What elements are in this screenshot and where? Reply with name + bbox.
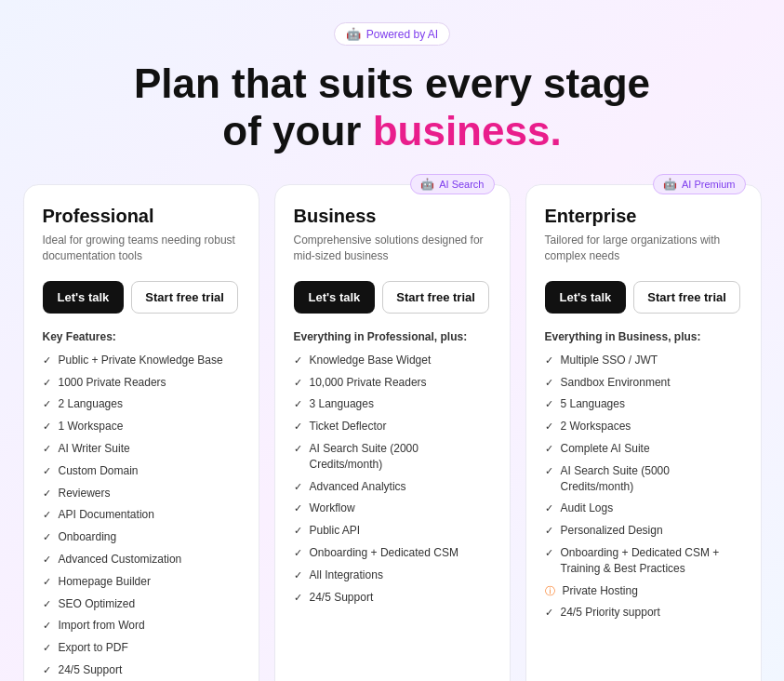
feature-item: ✓ Multiple SSO / JWT: [545, 353, 742, 368]
check-icon: ✓: [294, 442, 302, 456]
check-icon: ✓: [545, 397, 553, 411]
feature-text: Workflow: [310, 501, 355, 516]
feature-text: Advanced Analytics: [310, 479, 406, 495]
hero-title: Plan that suits every stage of your busi…: [19, 60, 765, 154]
feature-item: ✓ Reviewers: [43, 486, 240, 501]
check-icon: ✓: [43, 376, 51, 390]
badge-emoji-icon: 🤖: [663, 178, 677, 191]
hero-line2-plain: of your: [222, 108, 372, 154]
feature-text: Personalized Design: [561, 523, 663, 539]
feature-item: ✓ Complete AI Suite: [545, 441, 742, 457]
check-icon: ✓: [545, 376, 553, 390]
feature-item: ✓ AI Writer Suite: [43, 441, 240, 457]
check-icon: ✓: [545, 546, 553, 560]
feature-item: ✓ API Documentation: [43, 507, 240, 523]
feature-text: Ticket Deflector: [310, 419, 387, 434]
feature-item: ✓ 1000 Private Readers: [43, 375, 240, 391]
features-list-professional: ✓ Public + Private Knowledge Base ✓ 1000…: [43, 353, 240, 678]
plan-card-enterprise: 🤖 AI Premium Enterprise Tailored for lar…: [525, 184, 762, 681]
feature-text: Custom Domain: [59, 463, 139, 479]
start-trial-button-business[interactable]: Start free trial: [382, 281, 489, 314]
powered-label: Powered by AI: [366, 28, 438, 41]
check-icon: ✓: [294, 354, 302, 367]
feature-text: 24/5 Support: [59, 662, 123, 678]
check-icon: ✓: [43, 619, 51, 633]
feature-item: ✓ 24/5 Support: [294, 590, 491, 606]
feature-text: 5 Languages: [561, 396, 625, 412]
features-label-enterprise: Everything in Business, plus:: [545, 330, 742, 343]
plan-name-enterprise: Enterprise: [545, 206, 742, 227]
feature-item: ✓ Homepage Builder: [43, 574, 240, 590]
feature-text: Public API: [310, 523, 361, 539]
start-trial-button-enterprise[interactable]: Start free trial: [633, 281, 740, 314]
feature-text: SEO Optimized: [59, 596, 136, 612]
start-trial-button-professional[interactable]: Start free trial: [131, 281, 238, 314]
lets-talk-button-business[interactable]: Let's talk: [294, 281, 376, 314]
features-list-enterprise: ✓ Multiple SSO / JWT ✓ Sandbox Environme…: [545, 353, 742, 621]
check-icon: ✓: [294, 546, 302, 560]
feature-item: ✓ AI Search Suite (2000 Credits/month): [294, 441, 491, 473]
info-icon: ⓘ: [545, 584, 555, 598]
feature-item: ✓ Onboarding + Dedicated CSM + Training …: [545, 545, 742, 577]
powered-badge-inner: 🤖 Powered by AI: [334, 22, 450, 46]
feature-item: ✓ Advanced Customization: [43, 552, 240, 568]
feature-text: Homepage Builder: [59, 574, 151, 590]
feature-item: ✓ Public + Private Knowledge Base: [43, 353, 240, 368]
plan-badge-business: 🤖 AI Search: [410, 174, 494, 194]
check-icon: ✓: [294, 376, 302, 390]
plan-name-professional: Professional: [43, 206, 240, 227]
feature-text: Reviewers: [59, 486, 111, 501]
feature-item: ✓ Import from Word: [43, 618, 240, 634]
check-icon: ✓: [294, 524, 302, 538]
check-icon: ✓: [294, 420, 302, 434]
check-icon: ✓: [545, 464, 553, 478]
feature-text: Export to PDF: [59, 640, 128, 656]
check-icon: ✓: [43, 530, 51, 544]
feature-item: ✓ 10,000 Private Readers: [294, 375, 491, 391]
check-icon: ✓: [545, 501, 553, 515]
feature-item: ✓ 24/5 Priority support: [545, 605, 742, 621]
plan-desc-business: Comprehensive solutions designed for mid…: [294, 233, 491, 264]
features-label-professional: Key Features:: [43, 330, 240, 343]
check-icon: ✓: [545, 354, 553, 367]
feature-text: Onboarding + Dedicated CSM + Training & …: [561, 545, 742, 577]
feature-item: ✓ 1 Workspace: [43, 419, 240, 434]
hero-line2-accent: business.: [373, 108, 562, 154]
check-icon: ✓: [294, 480, 302, 494]
feature-text: 2 Languages: [59, 396, 123, 412]
feature-item: ✓ Knowledge Base Widget: [294, 353, 491, 368]
badge-label: AI Premium: [682, 179, 735, 190]
feature-text: All Integrations: [310, 568, 383, 583]
feature-item: ✓ All Integrations: [294, 568, 491, 583]
check-icon: ✓: [545, 420, 553, 434]
check-icon: ✓: [294, 568, 302, 582]
check-icon: ✓: [43, 575, 51, 589]
feature-item: ✓ 24/5 Support: [43, 662, 240, 678]
plans-grid: Professional Ideal for growing teams nee…: [19, 184, 765, 681]
feature-item: ✓ AI Search Suite (5000 Credits/month): [545, 463, 742, 495]
feature-text: Onboarding + Dedicated CSM: [310, 545, 458, 561]
plan-desc-enterprise: Tailored for large organizations with co…: [545, 233, 742, 264]
feature-text: Private Hosting: [563, 583, 638, 599]
badge-label: AI Search: [439, 179, 484, 190]
ai-emoji-icon: 🤖: [346, 27, 361, 41]
badge-emoji-icon: 🤖: [420, 178, 434, 191]
plan-actions-business: Let's talk Start free trial: [294, 281, 491, 314]
check-icon: ✓: [43, 397, 51, 411]
feature-text: 10,000 Private Readers: [310, 375, 427, 391]
feature-text: Complete AI Suite: [561, 441, 650, 457]
check-icon: ✓: [43, 508, 51, 522]
feature-item: ✓ Sandbox Environment: [545, 375, 742, 391]
check-icon: ✓: [43, 442, 51, 456]
feature-text: Audit Logs: [561, 501, 614, 516]
lets-talk-button-enterprise[interactable]: Let's talk: [545, 281, 627, 314]
feature-item: ✓ Personalized Design: [545, 523, 742, 539]
check-icon: ✓: [43, 553, 51, 567]
feature-item: ✓ 2 Workspaces: [545, 419, 742, 434]
lets-talk-button-professional[interactable]: Let's talk: [43, 281, 125, 314]
feature-item: ✓ Workflow: [294, 501, 491, 516]
feature-item: ✓ Public API: [294, 523, 491, 539]
feature-item: ✓ Onboarding: [43, 529, 240, 545]
check-icon: ✓: [43, 663, 51, 677]
feature-text: Multiple SSO / JWT: [561, 353, 658, 368]
